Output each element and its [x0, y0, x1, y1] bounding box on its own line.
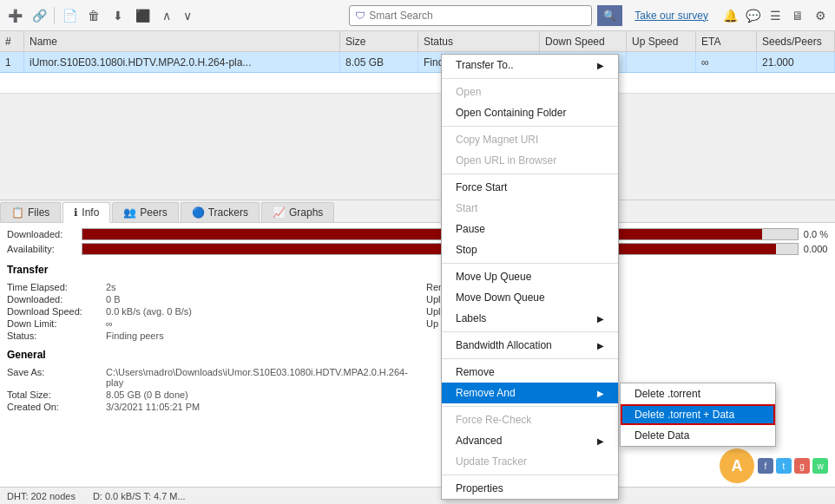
gear-icon[interactable]: ⚙	[811, 6, 830, 25]
survey-link[interactable]: Take our survey	[634, 10, 708, 22]
time-elapsed-key: Time Elapsed:	[7, 282, 102, 292]
stop-icon[interactable]: ⬛	[133, 6, 152, 25]
ctx-sep-7	[442, 406, 618, 407]
tab-info[interactable]: ℹ Info	[62, 202, 110, 223]
twitter-icon[interactable]: t	[776, 458, 792, 474]
ctx-delete-torrent-data[interactable]: Delete .torrent + Data	[621, 404, 775, 425]
ctx-pause[interactable]: Pause	[442, 219, 618, 239]
search-button[interactable]: 🔍	[597, 5, 622, 26]
dht-status: DHT: 202 nodes	[7, 491, 76, 501]
trackers-icon: 🔵	[192, 206, 205, 219]
ctx-start[interactable]: Start	[442, 198, 618, 219]
cell-index: 1	[0, 52, 24, 72]
ctx-force-start[interactable]: Force Start	[442, 177, 618, 198]
tabs: 📋 Files ℹ Info 👥 Peers 🔵 Trackers 📈 Grap…	[0, 200, 835, 223]
google-icon[interactable]: g	[794, 458, 810, 474]
cell-seeds: 21.000	[757, 52, 835, 72]
tab-peers[interactable]: 👥 Peers	[112, 202, 178, 222]
table-row[interactable]: 1 iUmor.S10E03.1080i.HDTV.MPA2.0.H.264-p…	[0, 52, 835, 73]
appuals-logo: A	[720, 448, 754, 483]
ctx-open-url[interactable]: Open URL in Browser	[442, 150, 618, 171]
ctx-sep-2	[442, 126, 618, 127]
down-arrow-icon[interactable]: ∨	[178, 6, 197, 25]
ctx-delete-torrent[interactable]: Delete .torrent	[621, 383, 775, 404]
ctx-sep-6	[442, 358, 618, 359]
availability-value: 0.000	[804, 244, 828, 254]
ctx-copy-magnet[interactable]: Copy Magnet URI	[442, 129, 618, 150]
cell-name: iUmor.S10E03.1080i.HDTV.MPA2.0.H.264-pla…	[24, 52, 340, 72]
col-up-speed[interactable]: Up Speed	[627, 31, 696, 51]
bell-icon[interactable]: 🔔	[720, 6, 740, 25]
ctx-transfer-to[interactable]: Transfer To.. ▶	[442, 55, 618, 75]
download-icon[interactable]: ⬇	[108, 6, 128, 25]
availability-label: Availability:	[7, 244, 76, 254]
delete-icon[interactable]: 🗑	[84, 6, 103, 25]
nav-arrows: ∧ ∨	[157, 6, 197, 25]
ctx-sep-4	[442, 263, 618, 264]
ctx-sep-5	[442, 331, 618, 332]
list-icon[interactable]: ☰	[766, 6, 785, 25]
ctx-update-tracker[interactable]: Update Tracker	[442, 451, 618, 472]
remove-and-wrapper: Remove And ▶ Delete .torrent Delete .tor…	[442, 383, 618, 403]
search-input[interactable]	[369, 10, 586, 22]
downloaded-value: 0.0 %	[804, 229, 828, 239]
dl-speed-key: Download Speed:	[7, 306, 102, 317]
remove-and-submenu: Delete .torrent Delete .torrent + Data D…	[620, 383, 776, 447]
general-title: General	[0, 345, 835, 363]
add-torrent-icon[interactable]: ➕	[5, 6, 24, 25]
ctx-remove-and[interactable]: Remove And ▶	[442, 383, 618, 403]
watermark: A f t g w	[720, 448, 828, 483]
down-limit-key: Down Limit:	[7, 318, 102, 329]
ctx-move-up[interactable]: Move Up Queue	[442, 266, 618, 287]
ctx-remove[interactable]: Remove	[442, 362, 618, 383]
submenu-arrow-icon: ▶	[597, 61, 604, 70]
col-hash[interactable]: #	[0, 31, 24, 51]
tab-files[interactable]: 📋 Files	[0, 202, 61, 222]
ctx-stop[interactable]: Stop	[442, 239, 618, 260]
advanced-arrow-icon: ▶	[597, 436, 604, 446]
ctx-properties[interactable]: Properties	[442, 478, 618, 499]
col-seeds[interactable]: Seeds/Peers	[757, 31, 835, 51]
ctx-open-folder[interactable]: Open Containing Folder	[442, 102, 618, 123]
col-status[interactable]: Status	[418, 31, 540, 51]
down-status: D: 0.0 kB/S T: 4.7 M...	[93, 491, 186, 501]
ctx-sep-1	[442, 78, 618, 79]
downloaded-progress-bar	[82, 228, 799, 240]
created-key: Created On:	[7, 402, 102, 412]
transfer-title: Transfer	[0, 260, 835, 278]
up-arrow-icon[interactable]: ∧	[157, 6, 176, 25]
ctx-open[interactable]: Open	[442, 82, 618, 102]
save-as-key: Save As:	[7, 367, 102, 388]
add-link-icon[interactable]: 🔗	[30, 6, 49, 25]
ctx-bandwidth[interactable]: Bandwidth Allocation ▶	[442, 335, 618, 356]
status-bar: DHT: 202 nodes D: 0.0 kB/S T: 4.7 M...	[0, 487, 835, 504]
cell-up-speed	[627, 52, 696, 72]
ctx-sep-8	[442, 475, 618, 475]
status-val: Finding peers	[106, 331, 164, 341]
ctx-move-down[interactable]: Move Down Queue	[442, 287, 618, 308]
toolbar: ➕ 🔗 📄 🗑 ⬇ ⬛ ∧ ∨ 🛡 🔍 Take our survey 🔔 💬 …	[0, 0, 835, 31]
col-down-speed[interactable]: Down Speed	[540, 31, 627, 51]
facebook-icon[interactable]: f	[758, 458, 773, 474]
dl-speed-val: 0.0 kB/s (avg. 0 B/s)	[106, 306, 192, 317]
col-size[interactable]: Size	[340, 31, 418, 51]
shield-icon: 🛡	[355, 10, 365, 22]
whatsapp-icon[interactable]: w	[812, 458, 828, 474]
bandwidth-arrow-icon: ▶	[597, 341, 604, 350]
time-elapsed-val: 2s	[106, 282, 116, 292]
col-name[interactable]: Name	[24, 31, 340, 51]
add-file-icon[interactable]: 📄	[60, 6, 79, 25]
tab-graphs[interactable]: 📈 Graphs	[261, 202, 334, 222]
ctx-delete-data[interactable]: Delete Data	[621, 425, 775, 446]
downloaded-label: Downloaded:	[7, 229, 76, 239]
monitor-icon[interactable]: 🖥	[788, 6, 807, 25]
search-bar[interactable]: 🛡	[349, 5, 592, 26]
social-icons: f t g w	[758, 458, 828, 474]
ctx-force-recheck[interactable]: Force Re-Check	[442, 409, 618, 430]
tab-trackers[interactable]: 🔵 Trackers	[181, 202, 260, 222]
ctx-labels[interactable]: Labels ▶	[442, 308, 618, 329]
chat-icon[interactable]: 💬	[743, 6, 762, 25]
col-eta[interactable]: ETA	[696, 31, 757, 51]
save-as-val: C:\Users\madro\Downloads\iUmor.S10E03.10…	[106, 367, 409, 388]
ctx-advanced[interactable]: Advanced ▶	[442, 430, 618, 451]
